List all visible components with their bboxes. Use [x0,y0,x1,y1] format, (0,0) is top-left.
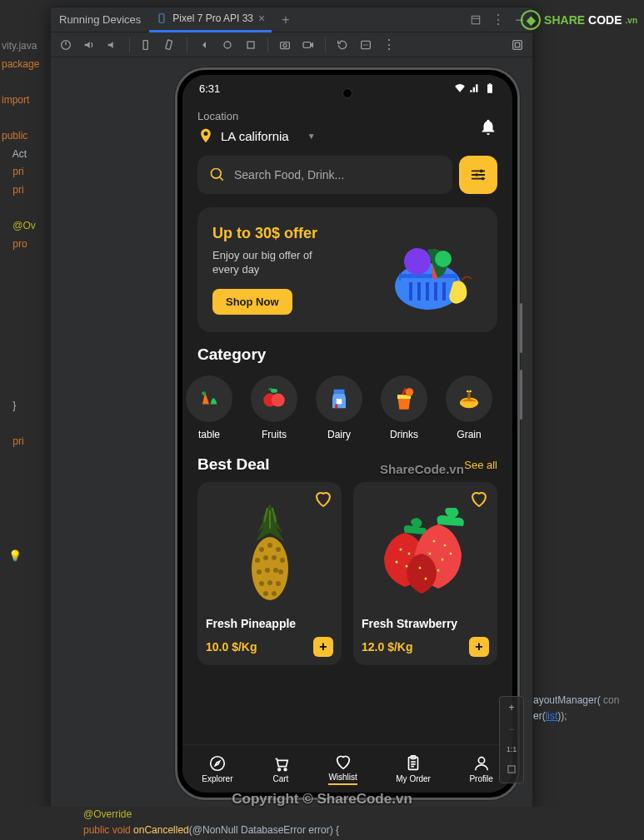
rotate-right-icon[interactable] [163,38,177,52]
bestdeal-heading: Best Deal [197,455,270,474]
window-icon[interactable] [470,14,482,26]
svg-rect-16 [487,84,492,93]
nav-label: Profile [469,774,492,783]
drinks-icon [381,375,427,422]
power-icon[interactable] [59,38,72,52]
nav-profile[interactable]: Profile [469,754,492,783]
nav-label: Explorer [202,774,232,783]
see-all-link[interactable]: See all [464,459,497,471]
svg-point-56 [263,591,268,596]
compass-icon [208,754,227,773]
phone-frame: 6:31 Location LA california [175,67,520,800]
status-time: 6:31 [199,82,220,95]
fruits-icon [251,375,297,422]
svg-point-67 [437,569,439,572]
more-icon[interactable]: ⋮ [492,12,505,27]
svg-point-55 [276,581,281,586]
overview-icon[interactable] [244,38,257,52]
promo-banner[interactable]: Up to 30$ offer Enjoy our big offer of e… [197,207,497,332]
product-card[interactable]: Fresh Pineapple 10.0 $/Kg + [197,482,342,665]
svg-point-71 [278,768,281,771]
zoom-controls: + − 1:1 [499,696,524,783]
svg-point-64 [428,553,431,555]
svg-point-42 [259,547,264,552]
sliders-icon [469,166,487,184]
svg-point-48 [280,558,285,563]
nav-myorder[interactable]: My Order [396,754,431,783]
device-tab[interactable]: Pixel 7 Pro API 33 × [149,7,272,32]
heart-icon[interactable] [469,489,489,509]
category-label: Dairy [327,429,351,440]
category-item[interactable]: Drinks [381,375,427,440]
svg-point-38 [406,388,414,396]
svg-point-62 [432,540,435,543]
nav-cart[interactable]: Cart [272,754,290,783]
svg-point-69 [424,578,427,580]
heart-icon[interactable] [313,489,333,509]
category-item[interactable]: table [186,375,232,440]
search-input[interactable] [234,168,441,181]
svg-point-8 [283,43,287,47]
product-price: 12.0 $/Kg [362,640,412,654]
category-label: Grain [457,429,481,440]
home-icon[interactable] [221,38,234,52]
toolbar-more-icon[interactable]: ⋮ [382,37,396,52]
rotate-left-icon[interactable] [140,38,153,52]
svg-rect-36 [337,399,342,404]
zoom-in-button[interactable]: + [508,697,514,718]
screen-record-icon[interactable] [302,38,315,52]
notification-bell-icon[interactable] [479,118,497,137]
zoom-fit-button[interactable] [506,758,517,783]
add-to-cart-button[interactable]: + [469,637,489,657]
bottom-navigation: Explorer Cart Wishlist My Order [182,744,512,793]
screenshot-icon[interactable] [278,38,292,52]
category-list[interactable]: table Fruits Dairy [186,375,497,440]
svg-rect-14 [513,40,522,49]
chevron-down-icon: ▼ [307,132,316,141]
search-field[interactable] [197,156,452,194]
svg-rect-28 [442,282,446,301]
filter-button[interactable] [459,156,497,194]
category-heading: Category [197,345,497,364]
close-icon[interactable]: × [258,12,265,25]
shop-now-button[interactable]: Shop Now [212,289,292,315]
pineapple-image [206,490,333,617]
wifi-icon [454,82,466,94]
nav-explorer[interactable]: Explorer [202,754,232,783]
volume-down-icon[interactable] [106,38,119,52]
location-selector[interactable]: LA california ▼ [197,127,316,144]
device-tab-label: Pixel 7 Pro API 33 [172,12,253,24]
svg-point-20 [475,173,478,176]
category-item[interactable]: Grain [446,375,492,440]
step-icon[interactable] [336,38,349,52]
svg-point-12 [365,44,366,45]
add-device-icon[interactable]: + [282,12,289,27]
category-item[interactable]: Dairy [316,375,362,440]
signal-icon [469,82,481,94]
extended-controls-icon[interactable] [359,38,372,52]
svg-point-43 [267,543,272,548]
lightbulb-icon[interactable]: 💡 [8,549,22,562]
volume-up-icon[interactable] [82,38,96,52]
svg-point-45 [255,558,260,563]
camera-notch [342,88,352,98]
category-item[interactable]: Fruits [251,375,297,440]
nav-label: Cart [272,774,288,783]
svg-point-63 [443,544,446,547]
nav-wishlist[interactable]: Wishlist [328,753,357,785]
watermark-copyright: Copyright © ShareCode.vn [0,791,644,808]
category-label: table [198,429,220,440]
svg-point-51 [273,568,278,573]
promo-subtitle: Enjoy our big offer of every day [212,249,329,277]
zoom-out-button[interactable]: − [508,718,514,740]
back-icon[interactable] [197,38,211,52]
svg-rect-6 [247,42,254,48]
layout-inspector-icon[interactable] [511,38,524,52]
product-card[interactable]: Fresh Strawberry 12.0 $/Kg + [353,482,497,665]
add-to-cart-button[interactable]: + [313,637,333,657]
battery-icon [484,82,496,94]
svg-point-57 [272,591,277,596]
grain-icon [446,375,492,422]
zoom-ratio[interactable]: 1:1 [507,740,517,758]
vegetable-icon [186,375,232,422]
